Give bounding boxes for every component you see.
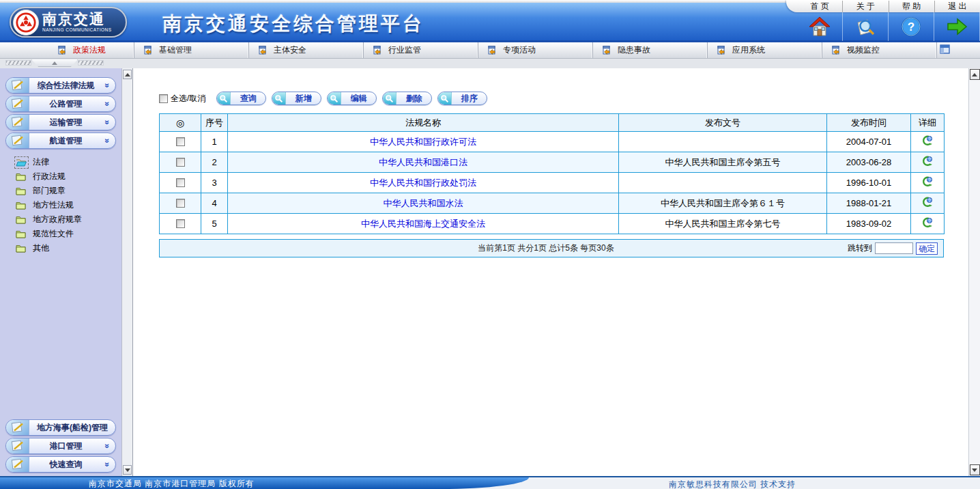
detail-globe-icon[interactable]: [922, 138, 933, 148]
pagination-summary: 当前第1页 共分1页 总计5条 每页30条: [478, 243, 614, 253]
law-name-link[interactable]: 中华人民共和国港口法: [379, 157, 467, 167]
tree-item[interactable]: 规范性文件: [16, 227, 121, 241]
scroll-up-button[interactable]: [123, 70, 132, 79]
row-doc-no: 中华人民共和国主席令第五号: [619, 152, 827, 173]
panel-collapse-handle[interactable]: [5, 59, 104, 68]
row-index: 1: [201, 132, 228, 152]
magnifier-icon: [217, 92, 231, 104]
nav-tab[interactable]: 政策法规: [0, 42, 134, 58]
row-index: 2: [201, 152, 228, 173]
nav-tab[interactable]: 专项活动: [478, 42, 593, 58]
detail-globe-icon[interactable]: [922, 158, 933, 169]
sidebar-scrollbar[interactable]: [121, 68, 133, 476]
footer: 南京市交通局 南京市港口管理局 版权所有 南京敏思科技有限公司 技术支持: [0, 476, 980, 489]
row-doc-no: [619, 132, 827, 152]
menu-home[interactable]: 首 页: [797, 1, 843, 12]
toolbar-button[interactable]: 新增: [272, 92, 321, 105]
sub-strip: [0, 59, 980, 68]
document-icon: [487, 46, 498, 55]
row-doc-no: [619, 173, 827, 193]
law-name-link[interactable]: 中华人民共和国海上交通安全法: [361, 219, 485, 229]
detail-globe-icon[interactable]: [922, 179, 933, 189]
toolbar-button[interactable]: 编辑: [327, 92, 377, 105]
law-name-link[interactable]: 中华人民共和国水法: [384, 198, 463, 208]
law-name-link[interactable]: 中华人民共和国行政许可法: [370, 137, 476, 147]
nav-tab[interactable]: 行业监管: [364, 42, 478, 58]
logo-name: 南京交通: [42, 12, 112, 26]
row-checkbox[interactable]: [176, 199, 185, 208]
detail-globe-icon[interactable]: [922, 220, 933, 230]
jump-page-input[interactable]: [875, 242, 913, 254]
nav-tab[interactable]: 隐患事故: [593, 42, 708, 58]
tree-item[interactable]: 地方性法规: [16, 198, 121, 212]
detail-globe-icon[interactable]: [922, 199, 933, 210]
chevron-down-icon: »: [102, 81, 112, 90]
table-row: 3 中华人民共和国行政处罚法 1996-10-01: [160, 173, 945, 193]
toolbar-button[interactable]: 排序: [437, 92, 487, 105]
document-icon: [831, 46, 842, 55]
table-row: 2 中华人民共和国港口法 中华人民共和国主席令第五号 2003-06-28: [160, 152, 945, 173]
notepad-pencil-icon: [6, 457, 29, 472]
row-pub-date: 1996-10-01: [827, 173, 911, 193]
sidebar-group[interactable]: 港口管理 »: [5, 438, 116, 454]
law-name-link[interactable]: 中华人民共和国行政处罚法: [370, 178, 476, 188]
toolbar-button[interactable]: 查询: [216, 92, 266, 105]
nav-tab[interactable]: 主体安全: [249, 42, 364, 58]
tree-item[interactable]: 法律: [16, 155, 121, 169]
handle-stripes-right: [78, 60, 104, 66]
scroll-down-button[interactable]: [123, 465, 132, 475]
jump-label: 跳转到: [848, 242, 872, 254]
scroll-down-button[interactable]: [970, 464, 980, 475]
about-search-icon[interactable]: [843, 12, 889, 41]
row-doc-no: 中华人民共和国主席令第七号: [619, 214, 827, 234]
folder-icon: [16, 186, 27, 196]
nav-tab[interactable]: 应用系统: [708, 42, 822, 58]
nav-tab[interactable]: 视频监控: [822, 42, 937, 58]
nav-tabbar: 政策法规 基础管理 主体安全: [0, 42, 980, 59]
document-icon: [143, 46, 154, 55]
exit-arrow-icon[interactable]: [934, 12, 980, 41]
sidebar-group[interactable]: 地方海事(船检)管理 »: [5, 419, 116, 436]
scroll-up-button[interactable]: [970, 69, 980, 80]
home-icon[interactable]: [797, 12, 843, 41]
select-all-checkbox[interactable]: [159, 94, 168, 103]
laws-table: ◎ 序号 法规名称 发布文号 发布时间 详细 1 中华人民共和国行政许可法 20…: [159, 113, 945, 234]
logo-subtitle: NANJING COMMUNICATIONS: [42, 28, 112, 33]
row-index: 5: [201, 214, 228, 234]
row-doc-no: 中华人民共和国主席令第６１号: [619, 193, 827, 214]
tree-item[interactable]: 地方政府规章: [16, 212, 121, 227]
sidebar-group[interactable]: 综合性法律法规 »: [5, 77, 116, 94]
chevron-down-icon: »: [102, 99, 112, 109]
column-header-pub-date: 发布时间: [827, 114, 911, 132]
confirm-button[interactable]: 确定: [916, 242, 938, 255]
row-checkbox[interactable]: [176, 178, 185, 187]
sidebar-group[interactable]: 运输管理 »: [5, 114, 116, 130]
sidebar-group[interactable]: 快速查询 »: [5, 456, 116, 473]
document-icon: [601, 46, 613, 55]
folder-icon: [16, 172, 27, 182]
notepad-pencil-icon: [6, 78, 29, 93]
tree-item[interactable]: 行政法规: [16, 169, 121, 184]
row-checkbox[interactable]: [176, 219, 185, 228]
nav-tab[interactable]: 基础管理: [134, 42, 249, 58]
chevron-down-icon: »: [102, 441, 112, 451]
document-icon: [57, 46, 68, 55]
sidebar-group[interactable]: 航道管理 »: [5, 132, 116, 149]
menu-help[interactable]: 帮 助: [889, 1, 935, 12]
window-layout-icon[interactable]: [940, 44, 950, 56]
sidebar-bottom-groups: 地方海事(船检)管理 » 港口管理 »: [0, 419, 121, 475]
chevron-down-icon: »: [102, 136, 112, 145]
menu-exit[interactable]: 退 出: [935, 1, 980, 12]
tree-item[interactable]: 部门规章: [16, 184, 121, 198]
row-checkbox[interactable]: [176, 158, 185, 167]
toolbar-button[interactable]: 删除: [382, 92, 432, 105]
column-header-name: 法规名称: [228, 114, 619, 132]
column-header-detail: 详细: [911, 114, 945, 132]
row-checkbox[interactable]: [176, 137, 185, 146]
menu-about[interactable]: 关 于: [843, 1, 889, 12]
sidebar-group[interactable]: 公路管理 »: [5, 96, 116, 112]
main-scrollbar[interactable]: [968, 68, 980, 476]
tree-item[interactable]: 其他: [16, 241, 121, 255]
help-icon[interactable]: ?: [889, 12, 934, 41]
quick-menu: 首 页 关 于 帮 助 退 出 ?: [786, 0, 980, 42]
